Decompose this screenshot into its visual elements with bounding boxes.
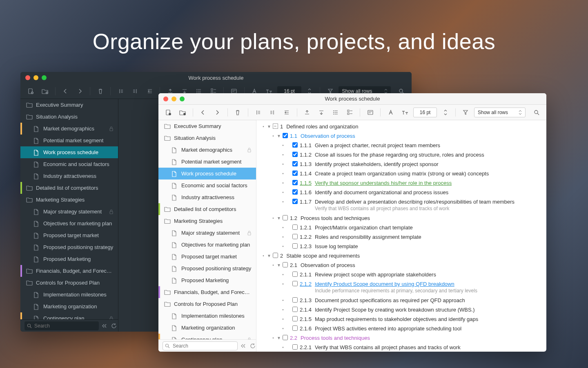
outdent-button[interactable] xyxy=(281,107,293,118)
outline-row[interactable]: •▼1.1Observation of process xyxy=(256,131,546,141)
sidebar-item[interactable]: Detailed list of competitors xyxy=(20,182,118,194)
checkbox[interactable] xyxy=(292,233,298,239)
checkbox[interactable] xyxy=(292,243,298,249)
sidebar-item[interactable]: Work process schedule xyxy=(20,146,118,158)
outline-row[interactable]: •1.1.4Create a project team organization… xyxy=(256,169,546,178)
search-input[interactable] xyxy=(163,341,238,350)
text-size-button[interactable] xyxy=(399,107,411,118)
checkbox[interactable] xyxy=(292,142,298,148)
checkbox[interactable] xyxy=(292,161,298,166)
sidebar-item[interactable]: Financials, Budget, and Forecasts xyxy=(20,265,118,277)
outline-row[interactable]: •2.1.4Identify Project Scope by creating… xyxy=(256,305,546,314)
sidebar-item[interactable]: Contingency plan xyxy=(158,334,256,339)
outline-text[interactable]: Stable scope and requirements xyxy=(286,252,542,259)
outline-row[interactable]: •1.1.5Verify that sponsor understands hi… xyxy=(256,178,546,188)
outline-row[interactable]: •1.2.2Roles and responsibility assignmen… xyxy=(256,232,546,242)
outdent-button[interactable] xyxy=(144,86,156,96)
outline-text[interactable]: Document product specifications as requi… xyxy=(315,297,542,304)
new-document-button[interactable] xyxy=(163,107,174,118)
checkbox[interactable] xyxy=(282,262,288,267)
outline-text[interactable]: Verify that sponsor understands his/her … xyxy=(315,180,542,186)
outline-text[interactable]: Process tools and techniques xyxy=(301,334,542,341)
sidebar-item[interactable]: Proposed positioning strategy xyxy=(158,263,256,274)
sidebar-item[interactable]: Market demographics xyxy=(20,123,118,135)
sidebar-item[interactable]: Proposed target market xyxy=(158,251,256,263)
outline-row[interactable]: •2.2.1Verify that WBS contains all proje… xyxy=(256,343,546,352)
checkbox[interactable] xyxy=(292,306,298,312)
sidebar-item[interactable]: Implementation milestones xyxy=(20,289,118,301)
outline-text[interactable]: Roles and responsibility assignment temp… xyxy=(315,233,542,240)
sidebar-item[interactable]: Economic and social factors xyxy=(20,158,118,170)
sidebar-item[interactable]: Financials, Budget, and Forecasts xyxy=(158,286,256,298)
outline-row[interactable]: •1.1.7Develop and deliver a presentation… xyxy=(256,197,546,213)
outline-row[interactable]: •1.1.1Given a project charter, recruit p… xyxy=(256,141,546,150)
new-folder-button[interactable] xyxy=(177,107,189,118)
move-left-button[interactable] xyxy=(115,86,127,96)
outline-row[interactable]: •2.1.2Identify Product Scope document by… xyxy=(256,279,546,296)
outline-text[interactable]: Project WBS activities entered into appr… xyxy=(315,325,542,332)
nav-forward-button[interactable] xyxy=(212,107,223,118)
outline-text[interactable]: Process tools and techniques xyxy=(301,215,542,222)
checkbox[interactable] xyxy=(292,271,298,277)
outline-text[interactable]: Identify Project Scope by creating work … xyxy=(315,306,542,313)
outline-row[interactable]: •1.1.6Identify and document organization… xyxy=(256,188,546,197)
checklist-button[interactable] xyxy=(344,107,356,118)
outline-text[interactable]: Close all issues for the phase regarding… xyxy=(315,151,542,158)
outline-text[interactable]: Defined roles and organization xyxy=(286,123,542,130)
expand-toggle[interactable]: ▼ xyxy=(276,262,282,269)
outline-text[interactable]: Verify that WBS contains all project pha… xyxy=(315,344,542,351)
outline-row[interactable]: •▼1.2Process tools and techniques xyxy=(256,213,546,223)
outline-row[interactable]: •2.1.6Project WBS activities entered int… xyxy=(256,324,546,333)
outline-row[interactable]: •1.2.1Project/Matrix organization chart … xyxy=(256,223,546,232)
move-right-button[interactable] xyxy=(267,107,278,118)
checkbox[interactable] xyxy=(272,252,278,258)
filter-button[interactable] xyxy=(460,107,472,118)
checkbox[interactable] xyxy=(292,344,298,350)
delete-button[interactable] xyxy=(94,86,106,96)
titlebar[interactable]: Work process schedule xyxy=(158,93,546,105)
sidebar-item[interactable]: Marketing Strategies xyxy=(158,215,256,227)
move-right-button[interactable] xyxy=(129,86,141,96)
sidebar-item[interactable]: Proposed positioning strategy xyxy=(20,241,118,253)
nav-back-button[interactable] xyxy=(60,86,71,96)
checkbox[interactable] xyxy=(292,189,298,195)
sidebar-item[interactable]: Potential market segment xyxy=(158,156,256,168)
checkbox[interactable] xyxy=(292,151,298,157)
expand-toggle[interactable]: ▼ xyxy=(276,334,282,341)
move-down-button[interactable] xyxy=(315,107,327,118)
checkbox[interactable] xyxy=(282,215,288,220)
delete-button[interactable] xyxy=(232,107,244,118)
outline-row[interactable]: •1.1.3Identify project stakeholders, ide… xyxy=(256,159,546,169)
search-input[interactable] xyxy=(24,321,99,330)
new-document-button[interactable] xyxy=(24,86,36,96)
sidebar-item[interactable]: Controls for Proposed Plan xyxy=(158,298,256,310)
expand-toggle[interactable]: ▼ xyxy=(266,123,272,130)
new-folder-button[interactable] xyxy=(39,86,51,96)
sidebar-item[interactable]: Executive Summary xyxy=(20,99,118,111)
outline-row[interactable]: •▼−1Defined roles and organization xyxy=(256,122,546,131)
outline-text[interactable]: Identify Product Scope document by using… xyxy=(315,280,542,294)
outline-row[interactable]: •2.1.1Review project scope with appropri… xyxy=(256,270,546,279)
expand-toggle[interactable]: ▼ xyxy=(276,215,282,222)
sidebar-item[interactable]: Industry attractiveness xyxy=(20,170,118,182)
outline-text[interactable]: Identify project stakeholders, identify … xyxy=(315,161,542,168)
sidebar-item[interactable]: Detailed list of competitors xyxy=(158,203,256,215)
font-size-stepper[interactable] xyxy=(439,107,451,118)
checkbox[interactable] xyxy=(282,132,288,138)
sidebar-item[interactable]: Proposed target market xyxy=(20,229,118,241)
outline-text[interactable]: Project/Matrix organization chart templa… xyxy=(315,224,542,231)
outline-row[interactable]: •▼2.1Observation of process xyxy=(256,260,546,270)
sidebar-item[interactable]: Potential market segment xyxy=(20,135,118,146)
checkbox[interactable] xyxy=(292,316,298,321)
expand-toggle[interactable]: ▼ xyxy=(266,252,272,259)
font-size-field[interactable]: 16 pt xyxy=(413,108,437,117)
checkbox[interactable] xyxy=(292,280,298,286)
checkbox[interactable] xyxy=(292,180,298,185)
sidebar-item[interactable]: Situation Analysis xyxy=(158,132,256,144)
sidebar-item[interactable]: Proposed Marketing xyxy=(20,253,118,265)
sidebar-item[interactable]: Major strategy statement xyxy=(158,227,256,239)
checkbox[interactable] xyxy=(292,325,298,331)
outline-text[interactable]: Observation of process xyxy=(301,132,542,139)
sidebar-item[interactable]: Situation Analysis xyxy=(20,111,118,123)
outline-text[interactable]: Identify and document organizational and… xyxy=(315,189,542,196)
